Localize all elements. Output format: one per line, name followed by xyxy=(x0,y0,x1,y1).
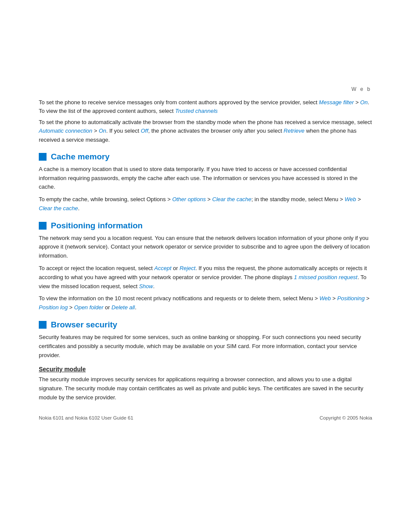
intro-para1-gt1: > xyxy=(354,99,360,106)
open-folder-link[interactable]: Open folder xyxy=(74,304,103,311)
security-module-body: The security module improves security se… xyxy=(39,375,372,402)
pos-body3-end: . xyxy=(135,304,137,311)
missed-position-link[interactable]: 1 missed position request xyxy=(294,274,357,280)
pos-body3-gt3: > xyxy=(68,304,74,311)
reject-link[interactable]: Reject xyxy=(180,265,196,271)
accept-link[interactable]: Accept xyxy=(154,265,171,271)
pos-body2-text1: To accept or reject the location request… xyxy=(39,265,154,271)
browser-security-body1: Security features may be required for so… xyxy=(39,333,372,360)
security-module-heading: Security module xyxy=(39,366,372,373)
browser-security-heading: Browser security xyxy=(39,320,372,330)
page: W e b To set the phone to receive servic… xyxy=(0,0,411,532)
footer: Nokia 6101 and Nokia 6102 User Guide 61 … xyxy=(39,415,372,420)
positioning-icon xyxy=(39,222,47,230)
web-link1[interactable]: Web xyxy=(345,196,356,202)
positioning-body2: To accept or reject the location request… xyxy=(39,264,372,291)
pos-body3-text1: To view the information on the 10 most r… xyxy=(39,295,319,302)
page-label-text: W e b xyxy=(352,86,371,92)
cache-body2-text2: ; in the standby mode, select Menu > xyxy=(252,196,345,202)
pos-body3-mid4: or xyxy=(103,304,112,311)
intro-para1-text1: To set the phone to receive service mess… xyxy=(39,99,319,106)
message-filter-link[interactable]: Message filter xyxy=(319,99,354,106)
intro-para2: To set the phone to automatically activa… xyxy=(39,118,372,144)
web-link2[interactable]: Web xyxy=(319,295,331,302)
positioning-link[interactable]: Positioning xyxy=(337,295,365,302)
positioning-body1: The network may send you a location requ… xyxy=(39,234,372,261)
intro-para2-text1: To set the phone to automatically activa… xyxy=(39,119,372,125)
cache-memory-body2: To empty the cache, while browsing, sele… xyxy=(39,195,372,213)
retrieve-link[interactable]: Retrieve xyxy=(283,128,304,134)
cache-memory-icon xyxy=(39,153,47,161)
cache-body2-gt1: > xyxy=(206,196,212,202)
other-options-link[interactable]: Other options xyxy=(172,196,206,202)
page-label: W e b xyxy=(39,86,372,92)
cache-body2-text1: To empty the cache, while browsing, sele… xyxy=(39,196,172,202)
intro-para2-text2: . If you select xyxy=(106,128,140,134)
trusted-channels-link[interactable]: Trusted channels xyxy=(175,108,218,114)
clear-cache-link1[interactable]: Clear the cache xyxy=(212,196,252,202)
cache-memory-title: Cache memory xyxy=(51,152,109,162)
browser-security-icon xyxy=(39,321,47,329)
show-link[interactable]: Show xyxy=(139,283,153,289)
positioning-body3: To view the information on the 10 most r… xyxy=(39,294,372,312)
cache-body2-gt2: > xyxy=(356,196,361,202)
cache-memory-body1: A cache is a memory location that is use… xyxy=(39,165,372,192)
footer-right: Copyright © 2005 Nokia xyxy=(320,415,372,420)
intro-para2-text3: , the phone activates the browser only a… xyxy=(148,128,283,134)
content-area: W e b To set the phone to receive servic… xyxy=(0,0,411,446)
on-link1[interactable]: On xyxy=(360,99,367,106)
off-link[interactable]: Off xyxy=(141,128,148,134)
cache-body2-end: . xyxy=(78,205,80,212)
positioning-title: Positioning information xyxy=(51,221,143,230)
on-link2[interactable]: On xyxy=(99,128,106,134)
pos-body3-gt2: > xyxy=(364,295,369,302)
positioning-heading: Positioning information xyxy=(39,221,372,230)
footer-left: Nokia 6101 and Nokia 6102 User Guide 61 xyxy=(39,415,133,420)
clear-cache-link2[interactable]: Clear the cache xyxy=(39,205,78,212)
auto-connection-link[interactable]: Automatic connection xyxy=(39,128,92,134)
pos-body3-gt1: > xyxy=(331,295,337,302)
intro-para1: To set the phone to receive service mess… xyxy=(39,98,372,115)
pos-body2-end: . xyxy=(153,283,155,289)
cache-memory-heading: Cache memory xyxy=(39,152,372,162)
delete-all-link[interactable]: Delete all xyxy=(112,304,135,311)
pos-body2-or: or xyxy=(171,265,180,271)
position-log-link[interactable]: Position log xyxy=(39,304,68,311)
intro-para2-gt: > xyxy=(92,128,99,134)
browser-security-title: Browser security xyxy=(51,320,117,330)
